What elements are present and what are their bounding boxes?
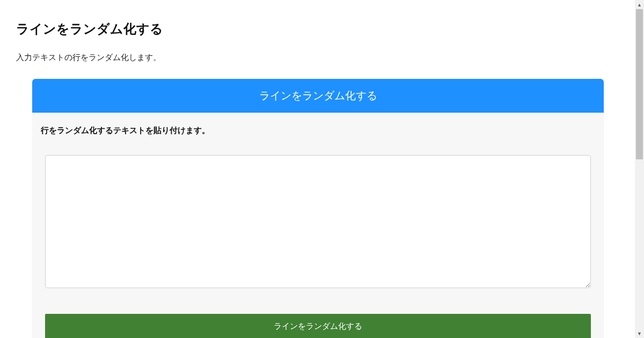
card-body: 行をランダム化するテキストを貼り付けます。 ラインをランダム化する bbox=[32, 113, 604, 338]
randomize-button[interactable]: ラインをランダム化する bbox=[45, 314, 591, 338]
card-header: ラインをランダム化する bbox=[32, 79, 604, 113]
button-wrapper: ラインをランダム化する bbox=[40, 290, 596, 338]
input-label: 行をランダム化するテキストを貼り付けます。 bbox=[40, 126, 596, 136]
text-input[interactable] bbox=[45, 155, 591, 288]
main-container: ラインをランダム化する 入力テキストの行をランダム化します。 ラインをランダム化… bbox=[0, 0, 635, 338]
scrollbar-arrow-down-icon[interactable]: ▼ bbox=[635, 329, 644, 338]
scrollbar-thumb[interactable] bbox=[636, 9, 643, 159]
page-title: ラインをランダム化する bbox=[16, 20, 619, 38]
page-description: 入力テキストの行をランダム化します。 bbox=[16, 53, 619, 63]
textarea-wrapper bbox=[40, 145, 596, 290]
scrollbar-arrow-up-icon[interactable]: ▲ bbox=[635, 0, 644, 9]
randomize-card: ラインをランダム化する 行をランダム化するテキストを貼り付けます。 ラインをラン… bbox=[32, 79, 604, 338]
scrollbar-track[interactable]: ▲ ▼ bbox=[635, 0, 644, 338]
